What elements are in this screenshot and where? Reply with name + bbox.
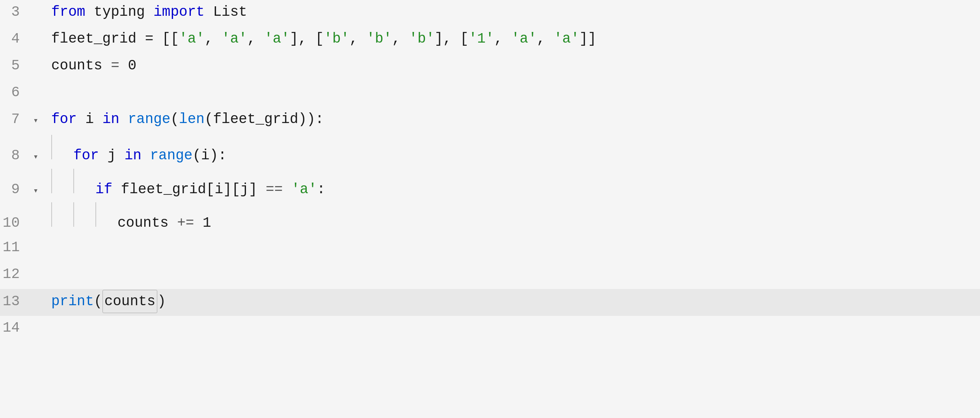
indent-guide xyxy=(73,169,74,193)
token-plain: (i): xyxy=(192,144,226,167)
line-content: counts += 1 xyxy=(47,202,980,235)
line-number: 12 xyxy=(0,263,32,286)
fold-arrow-icon[interactable]: ▾ xyxy=(33,184,38,198)
token-string: '1' xyxy=(469,28,494,50)
token-plain: fleet_grid[i][j] xyxy=(112,178,266,201)
indent-guide xyxy=(51,135,52,159)
code-line: 5counts = 0 xyxy=(0,54,980,80)
code-line: 14 xyxy=(0,316,980,343)
token-kw: if xyxy=(95,178,112,201)
token-plain: fleet_grid = [[ xyxy=(51,28,179,50)
code-line: 13print(counts) xyxy=(0,289,980,316)
line-content: if fleet_grid[i][j] == 'a': xyxy=(47,169,980,201)
indent-guide xyxy=(51,202,52,227)
indent-guide xyxy=(51,169,52,193)
token-number: 0 xyxy=(128,54,136,77)
line-number: 7 xyxy=(0,108,32,131)
indent-space xyxy=(74,212,95,235)
token-string: 'a' xyxy=(222,28,247,50)
token-plain: , xyxy=(494,28,511,50)
token-plain: , xyxy=(205,28,222,50)
token-plain: , xyxy=(247,28,264,50)
code-line: 7▾for i in range(len(fleet_grid)): xyxy=(0,107,980,134)
token-string: 'a' xyxy=(554,28,579,50)
token-string: 'a' xyxy=(511,28,537,50)
token-kw: from xyxy=(51,1,85,24)
token-plain: ], [ xyxy=(290,28,324,50)
code-line: 10 counts += 1 xyxy=(0,202,980,235)
indent-space xyxy=(74,178,95,201)
token-plain xyxy=(142,144,150,167)
fold-arrow-icon[interactable]: ▾ xyxy=(33,150,38,164)
indent-guide xyxy=(73,202,74,227)
line-number: 6 xyxy=(0,81,32,104)
code-line: 3from typing import List xyxy=(0,0,980,27)
token-plain: j xyxy=(99,144,125,167)
token-plain: i xyxy=(77,108,102,131)
line-number: 4 xyxy=(0,28,32,50)
token-kw: for xyxy=(73,144,99,167)
token-plain: List xyxy=(205,1,247,24)
line-content: counts = 0 xyxy=(47,54,980,77)
token-plain: (fleet_grid)): xyxy=(205,108,324,131)
token-string: 'a' xyxy=(291,178,317,201)
token-plain xyxy=(119,54,128,77)
token-kw: import xyxy=(153,1,205,24)
fold-arrow-icon[interactable]: ▾ xyxy=(33,114,38,128)
token-operator: == xyxy=(266,178,283,201)
code-line: 8▾ for j in range(i): xyxy=(0,134,980,168)
line-gutter: ▾ xyxy=(32,184,47,198)
token-plain: , xyxy=(537,28,554,50)
token-kw: in xyxy=(125,144,142,167)
line-content: print(counts) xyxy=(47,290,980,314)
token-number: 1 xyxy=(203,212,211,235)
token-string: 'b' xyxy=(324,28,349,50)
token-kw: in xyxy=(102,108,119,131)
token-plain: typing xyxy=(85,1,153,24)
line-number: 3 xyxy=(0,1,32,24)
token-plain: ( xyxy=(170,108,179,131)
token-plain: , xyxy=(392,28,409,50)
line-content: for j in range(i): xyxy=(47,135,980,167)
token-plain: , xyxy=(349,28,366,50)
token-builtin: len xyxy=(179,108,205,131)
indent-guide xyxy=(95,202,96,227)
token-plain: : xyxy=(317,178,326,201)
line-number: 13 xyxy=(0,290,32,313)
token-plain: ( xyxy=(94,290,102,313)
line-gutter: ▾ xyxy=(32,150,47,164)
token-operator: = xyxy=(111,54,119,77)
token-plain: ], [ xyxy=(434,28,468,50)
indent-space xyxy=(52,212,73,235)
token-plain: counts xyxy=(117,212,177,235)
token-builtin: range xyxy=(150,144,192,167)
line-number: 9 xyxy=(0,178,32,201)
line-content: from typing import List xyxy=(47,1,980,24)
line-content: for i in range(len(fleet_grid)): xyxy=(47,108,980,131)
token-plain: counts xyxy=(51,54,111,77)
token-string: 'a' xyxy=(264,28,290,50)
token-plain xyxy=(283,178,291,201)
code-line: 6 xyxy=(0,80,980,107)
indent-space xyxy=(52,178,73,201)
line-number: 11 xyxy=(0,236,32,259)
token-plain xyxy=(194,212,203,235)
code-editor: 3from typing import List4fleet_grid = [[… xyxy=(0,0,980,418)
code-line: 9▾ if fleet_grid[i][j] == 'a': xyxy=(0,168,980,202)
code-line: 4fleet_grid = [['a', 'a', 'a'], ['b', 'b… xyxy=(0,27,980,54)
indent-space xyxy=(52,144,73,167)
line-number: 8 xyxy=(0,144,32,167)
token-string: 'b' xyxy=(366,28,392,50)
token-boxed: counts xyxy=(102,290,158,314)
token-plain: ]] xyxy=(579,28,596,50)
token-operator: += xyxy=(177,212,194,235)
indent-space xyxy=(96,212,117,235)
line-gutter: ▾ xyxy=(32,114,47,128)
token-string: 'b' xyxy=(409,28,434,50)
line-number: 10 xyxy=(0,212,32,235)
token-string: 'a' xyxy=(179,28,205,50)
token-plain xyxy=(119,108,128,131)
line-number: 14 xyxy=(0,317,32,340)
code-line: 11 xyxy=(0,235,980,262)
token-kw: for xyxy=(51,108,77,131)
